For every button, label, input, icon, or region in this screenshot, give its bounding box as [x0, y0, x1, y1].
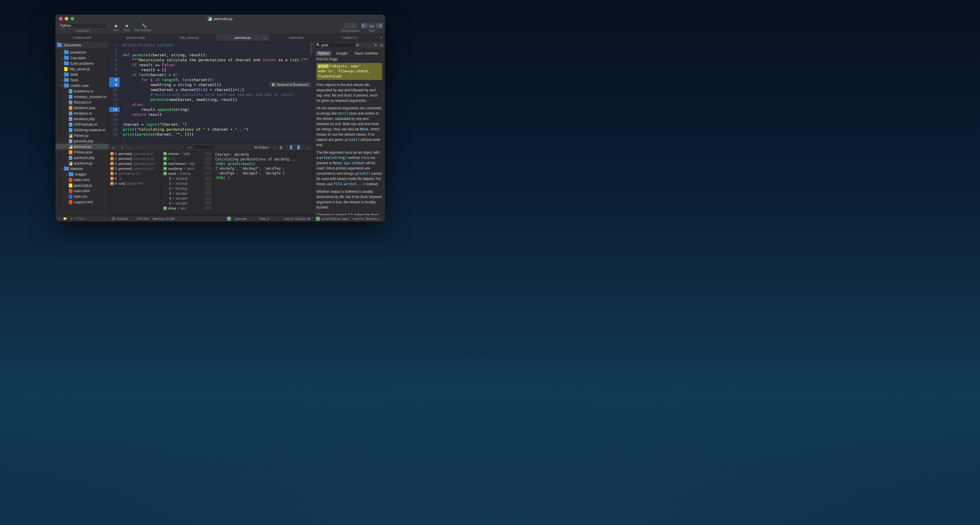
info-icon[interactable]: i [205, 182, 208, 185]
zoom-window-button[interactable] [71, 17, 74, 21]
info-icon[interactable]: i [205, 187, 208, 190]
file-primes-java[interactable]: Primes.java [56, 150, 109, 155]
view-right-panel-button[interactable] [376, 23, 383, 28]
debug-layout-right[interactable] [295, 145, 300, 150]
docs-tab-google[interactable]: Google [334, 51, 350, 56]
variable-row[interactable]: 2='abcdfeg'i− [161, 186, 213, 191]
variable-row[interactable]: VnewCharset='efg'i− [161, 161, 213, 166]
file-nspredicate-m[interactable]: NSPredicate.m [56, 122, 109, 127]
info-icon[interactable]: i [205, 192, 208, 195]
tab-permute-py[interactable]: permute.py [216, 34, 270, 41]
file-conways-constant-m[interactable]: conways_constant.m [56, 94, 109, 99]
file-permute-py[interactable]: permute.py [56, 144, 109, 150]
new-file-button[interactable]: ＋ [57, 216, 61, 221]
info-icon[interactable]: i [205, 207, 208, 210]
info-icon[interactable]: i [205, 172, 208, 175]
disclosure-arrow[interactable] [60, 73, 64, 76]
sidebar-nav-forward[interactable]: › [103, 43, 107, 47]
folder-euler-problems[interactable]: Euler problems [56, 60, 109, 66]
disclosure-arrow[interactable] [60, 51, 64, 54]
info-icon[interactable]: i [205, 197, 208, 200]
sidebar-filter[interactable]: ⧩ Filter [75, 217, 107, 221]
variable-row[interactable]: Vcharset='defg'i− [161, 151, 213, 156]
variable-row[interactable]: 1='abcdegf'i− [161, 181, 213, 186]
remove-icon[interactable]: − [208, 172, 212, 175]
remove-icon[interactable]: − [208, 162, 212, 165]
disclosure-arrow[interactable] [60, 167, 64, 170]
stack-frame[interactable]: F 5 :1 [109, 176, 161, 181]
info-icon[interactable]: i [205, 177, 208, 180]
view-left-panel-button[interactable] [361, 23, 368, 28]
variable-row[interactable]: ▾Vresult=6 itemsi− [161, 171, 213, 176]
current-symbol[interactable]: permute ⌄ [235, 217, 250, 221]
disclosure-arrow[interactable] [60, 79, 64, 82]
sidebar-nav-back[interactable]: ‹ [98, 43, 102, 47]
variable-row[interactable]: 5='abcdgfe'i− [161, 200, 213, 205]
file-style-css[interactable]: style.css [56, 194, 109, 199]
close-window-button[interactable] [59, 17, 62, 21]
new-tab-button[interactable]: ＋ [377, 34, 385, 41]
remove-icon[interactable]: − [208, 167, 212, 170]
disclosure-arrow[interactable] [65, 173, 69, 176]
debug-filter[interactable]: ⧩ [180, 145, 214, 150]
folder-images[interactable]: images [56, 172, 109, 177]
file-bruteforce-m[interactable]: bruteforce.m [56, 88, 109, 94]
step-over-button[interactable]: ⤵ [119, 145, 125, 150]
docs-tab-python[interactable]: Python [316, 51, 331, 56]
run-settings-button[interactable]: 🔧 Run Settings… [132, 23, 156, 32]
info-icon[interactable]: i [205, 157, 208, 160]
minimize-window-button[interactable] [65, 17, 68, 21]
stack-frame[interactable]: F 3 permute() permute.py:12 [109, 166, 161, 171]
continue-button[interactable]: ▷ [111, 145, 117, 150]
folder-calculator[interactable]: Calculator [56, 55, 109, 60]
debug-state-indicator[interactable]: Paused [112, 217, 127, 221]
file-index-html[interactable]: index.html [56, 177, 109, 183]
variable-row[interactable]: 4='abcdgef'i− [161, 196, 213, 200]
language-selector[interactable]: Python ⌃⌄ [58, 23, 107, 29]
file-parser-py[interactable]: Parser.py [56, 133, 109, 138]
file-quicksort-py[interactable]: quicksort.py [56, 161, 109, 166]
remove-icon[interactable]: − [208, 192, 212, 195]
file-support-html[interactable]: support.html [56, 199, 109, 205]
file-explorer-header[interactable]: Documents ⌄ ‹ › [56, 41, 109, 49]
callstack-panel[interactable]: F 0 permute() permute.py:9F 1 permute() … [109, 151, 161, 215]
search-next-button[interactable]: › [368, 43, 372, 48]
file-iterations-m[interactable]: iterations.m [56, 111, 109, 116]
file-iterations-php[interactable]: iterations.php [56, 116, 109, 122]
stack-frame[interactable]: F 4 permute.py:19 [109, 171, 161, 176]
step-into-button[interactable]: ↓ [127, 145, 133, 150]
file-http-server-js[interactable]: http_server.js [56, 66, 109, 72]
remove-icon[interactable]: − [208, 207, 212, 210]
disclosure-arrow[interactable] [60, 57, 64, 59]
clear-search-button[interactable]: ✕ [356, 43, 360, 47]
disclosure-arrow[interactable] [60, 62, 64, 65]
variables-panel[interactable]: Vcharset='defg'i−Vi=1i−VnewCharset='efg'… [161, 151, 213, 215]
stack-frame[interactable]: F 1 permute() permute.py:12 [109, 156, 161, 161]
folder-website[interactable]: Website [56, 166, 109, 172]
clear-console-button[interactable]: 🗑 [278, 145, 284, 150]
info-icon[interactable]: i [205, 202, 208, 205]
code-editor[interactable]: 12345678910111213141516171819 #!/usr/bin… [109, 41, 313, 143]
file-iterations-java[interactable]: iterations.java [56, 105, 109, 111]
file-news-html[interactable]: news.html [56, 188, 109, 194]
watch-icon[interactable]: 👁 [373, 43, 378, 47]
find-on-page-link[interactable]: Find On Page [313, 57, 385, 63]
stop-button[interactable]: ■ Stop [121, 23, 132, 32]
variable-row[interactable]: Vi=1i− [161, 156, 213, 161]
folder-useful-code[interactable]: Useful code [56, 83, 109, 88]
variable-row[interactable]: Vstring='abc'i− [161, 205, 213, 211]
debug-console[interactable]: Charset: abcdefgCalculating permutations… [213, 151, 313, 215]
tab-quicksort-php[interactable]: quicksort.php [109, 34, 163, 41]
search-prev-button[interactable]: ‹ [362, 43, 366, 48]
output-selector[interactable]: All Output⌄ [253, 146, 272, 149]
action-button[interactable]: ⇥ [69, 217, 73, 221]
variable-row[interactable]: VnewString='abcd'i− [161, 166, 213, 171]
stack-frame[interactable]: F 6 run() bdb.py:580 [109, 181, 161, 186]
cursor-position[interactable]: Line 9, Column 44 [285, 217, 310, 221]
variable-row[interactable]: 3='abcdfge'i− [161, 191, 213, 196]
tab-http-server-js[interactable]: http_server.js [162, 34, 216, 41]
remove-icon[interactable]: − [208, 187, 212, 190]
remove-icon[interactable]: − [208, 202, 212, 205]
file-quicksort-php[interactable]: quicksort.php [56, 155, 109, 161]
debug-more-button[interactable]: ⌄ [305, 145, 312, 150]
